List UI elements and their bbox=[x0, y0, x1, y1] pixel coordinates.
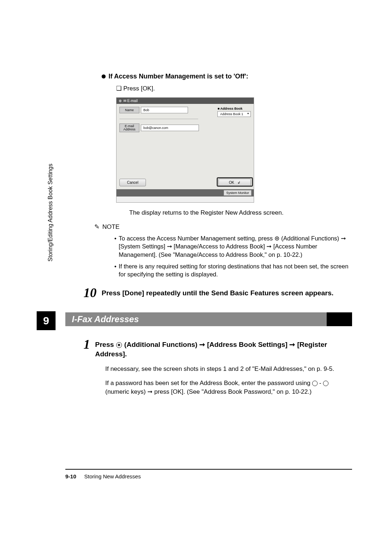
section-bar: I-Fax Addresses bbox=[65, 312, 352, 326]
addressbook-dropdown[interactable]: Address Book 1 bbox=[217, 111, 251, 117]
note-list: To access the Access Number Management s… bbox=[114, 234, 352, 278]
footer-page-number: 9-10 bbox=[65, 473, 76, 479]
heading-off: If Access Number Management is set to 'O… bbox=[102, 73, 352, 80]
enter-icon: ↲ bbox=[237, 181, 240, 185]
system-monitor-button[interactable]: System Monitor bbox=[224, 190, 252, 196]
addressbook-section: ■ Address Book Address Book 1 bbox=[217, 107, 251, 117]
step-10-text: Press [Done] repeatedly until the Send B… bbox=[102, 286, 334, 298]
press-ok-item: Press [OK]. bbox=[116, 85, 352, 92]
device-screenshot: ⊛ ✉ E-mail ■ Address Book Address Book 1… bbox=[116, 97, 254, 203]
footer-title: Storing New Addresses bbox=[84, 473, 141, 479]
body2-end: press [OK]. (See "Address Book Password,… bbox=[154, 388, 312, 395]
screenshot-body: ■ Address Book Address Book 1 Name Bob E… bbox=[117, 104, 254, 189]
addressbook-heading: ■ Address Book bbox=[217, 107, 251, 110]
email-field-value: bob@canon.com bbox=[141, 125, 199, 131]
numeric-key-icon bbox=[323, 381, 328, 386]
arrow-icon: ➞ bbox=[289, 341, 295, 348]
cancel-button[interactable]: Cancel bbox=[119, 179, 146, 186]
footer-row: 9-10 Storing New Addresses bbox=[65, 473, 352, 479]
caption-return: The display returns to the Register New … bbox=[129, 209, 352, 216]
note-label: NOTE bbox=[102, 223, 119, 231]
heading-off-text: If Access Number Management is set to 'O… bbox=[109, 73, 248, 80]
email-field-label[interactable]: E-mail Address bbox=[119, 123, 139, 132]
step-1-text: Press (Additional Functions) ➞ [Address … bbox=[95, 338, 352, 358]
note-item-2: If there is any required setting for sto… bbox=[114, 262, 352, 279]
note-icon: ✎ bbox=[94, 223, 99, 231]
screenshot-button-row: Cancel OK ↲ bbox=[119, 179, 251, 186]
step1-prefix: Press bbox=[95, 341, 116, 348]
ok-button[interactable]: OK ↲ bbox=[219, 179, 251, 186]
bullet-icon bbox=[102, 74, 106, 78]
arrow-icon: ➞ bbox=[147, 388, 152, 395]
section-title: I-Fax Addresses bbox=[65, 312, 327, 326]
step-10: 10 Press [Done] repeatedly until the Sen… bbox=[83, 286, 352, 299]
numeric-key-icon bbox=[312, 381, 318, 386]
body-para-2: If a password has been set for the Addre… bbox=[105, 379, 352, 396]
step-1: 1 Press (Additional Functions) ➞ [Addres… bbox=[83, 338, 352, 358]
email-row: E-mail Address bob@canon.com bbox=[119, 123, 251, 132]
screenshot-titlebar: ⊛ ✉ E-mail bbox=[117, 98, 254, 104]
page-content: If Access Number Management is set to 'O… bbox=[0, 0, 392, 479]
body2-after: (numeric keys) bbox=[105, 388, 147, 395]
note-header: ✎ NOTE bbox=[94, 223, 352, 231]
step1-part2: [Address Book Settings] bbox=[207, 341, 289, 348]
section-bar-accent bbox=[327, 312, 352, 326]
titlebar-text: ✉ E-mail bbox=[123, 99, 138, 103]
arrow-icon: ➞ bbox=[199, 341, 205, 348]
note-item-1: To access the Access Number Management s… bbox=[114, 234, 352, 259]
additional-functions-icon bbox=[116, 342, 122, 348]
footer-rule bbox=[65, 469, 352, 470]
step-1-number: 1 bbox=[83, 338, 90, 351]
step-10-number: 10 bbox=[83, 286, 97, 299]
step1-after-icon: (Additional Functions) bbox=[124, 341, 199, 348]
name-field-value: Bob bbox=[141, 107, 188, 113]
body-para-1: If necessary, see the screen shots in st… bbox=[105, 365, 352, 373]
name-field-label[interactable]: Name bbox=[119, 107, 139, 113]
screenshot-footer: System Monitor bbox=[117, 189, 254, 197]
ok-button-label: OK bbox=[229, 181, 234, 185]
titlebar-icon: ⊛ bbox=[119, 99, 122, 103]
body2-prefix: If a password has been set for the Addre… bbox=[105, 380, 312, 386]
body2-between: - bbox=[319, 380, 323, 386]
